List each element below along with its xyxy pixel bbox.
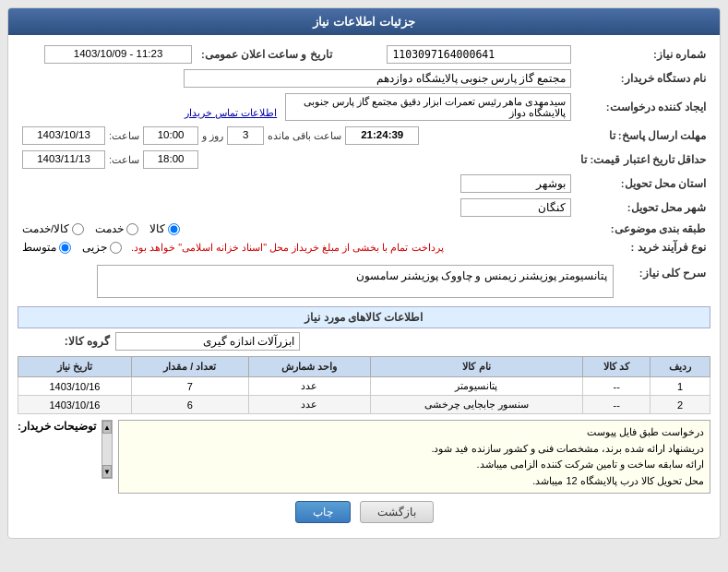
desc-label: توضیحات خریدار: (18, 420, 96, 433)
radio-motavaset-label: متوسط (22, 241, 56, 254)
cell-code: -- (583, 377, 650, 396)
ijad-value-cell: سیدمهدی ماهر رئیس تعمرات ابزار دقیق مجتم… (18, 90, 576, 124)
radio-khedmat[interactable]: خدمت (95, 222, 138, 235)
mohlat-rooz-count: 3 (227, 126, 264, 145)
group-label: گروه کالا: (18, 335, 110, 348)
hadaghal-time: 18:00 (143, 150, 198, 169)
hadaghal-date: 1403/11/13 (22, 150, 105, 169)
mohlat-date: 1403/10/13 (22, 126, 105, 145)
cell-date: 1403/10/16 (18, 396, 132, 414)
sarh-value: پتانسیومتر پوزیشنر زیمنس و چاووک پوزیشنر… (97, 265, 614, 298)
shomara-label: شماره نیاز: (576, 42, 710, 66)
col-count: تعداد / مقدار (131, 357, 248, 377)
items-table: ردیف کد کالا نام کالا واحد شمارش تعداد /… (18, 356, 710, 414)
radio-khedmat-label: خدمت (95, 222, 124, 235)
cell-row: 2 (650, 396, 710, 414)
radio-jozii-input[interactable] (110, 242, 122, 254)
radio-jozii[interactable]: جزیی (82, 241, 122, 254)
col-date: تاریخ نیاز (18, 357, 132, 377)
back-button[interactable]: بازگشت (360, 501, 434, 523)
tabaghe-radios: کالا/خدمت خدمت کالا (18, 220, 576, 238)
cell-date: 1403/10/16 (18, 377, 132, 396)
desc-text: درخواست طبق فایل پیوستدریشنهاد ارائه شده… (118, 420, 710, 494)
kharidaar-value-cell: مجتمع گاز پارس جنوبی پالایشگاه دوازدهم (18, 66, 576, 90)
info-table: شماره نیاز: 1103097164000641 تاریخ و ساع… (18, 42, 710, 256)
radio-kala-label: کالا (149, 222, 165, 235)
desc-line: ارائه سابقه ساخت و تامین شرکت کننده الزا… (125, 457, 704, 473)
page-title: جزئیات اطلاعات نیاز (313, 15, 414, 29)
ostan-value: بوشهر (460, 174, 571, 193)
ostan-value-cell: بوشهر (18, 172, 576, 196)
print-button[interactable]: چاپ (295, 501, 351, 523)
scroll-up-btn[interactable]: ▲ (102, 421, 112, 434)
cell-name: سنسور جابجایی چرخشی (370, 396, 583, 414)
contact-link[interactable]: اطلاعات تماس خریدار (185, 107, 277, 118)
cell-name: پتانسیومتر (370, 377, 583, 396)
radio-kala-khedmat[interactable]: کالا/خدمت (22, 222, 84, 235)
shahr-label: شهر محل تحویل: (576, 196, 710, 220)
radio-motavaset[interactable]: متوسط (22, 241, 71, 254)
scroll-down-btn[interactable]: ▼ (102, 465, 112, 478)
main-card: جزئیات اطلاعات نیاز شماره نیاز: 11030971… (7, 7, 721, 539)
radio-kala-khedmat-label: کالا/خدمت (22, 222, 69, 235)
kharidaar-label: نام دستگاه خریدار: (576, 66, 710, 90)
desc-area: توضیحات خریدار: ▲ ▼ درخواست طبق فایل پیو… (18, 420, 710, 494)
ijad-value: سیدمهدی ماهر رئیس تعمرات ابزار دقیق مجتم… (285, 93, 571, 121)
nooe-note: پرداخت تمام با بخشی از مبلغ خریداز محل "… (131, 242, 444, 254)
tabaghe-label: طبقه بندی موضوعی: (576, 220, 710, 238)
ijad-label: ایجاد کننده درخواست: (576, 90, 710, 124)
kalaha-section-title: اطلاعات کالاهای مورد نیاز (18, 306, 710, 328)
kharidaar-value: مجتمع گاز پارس جنوبی پالایشگاه دوازدهم (184, 69, 571, 88)
radio-jozii-label: جزیی (82, 241, 107, 254)
footer-buttons: بازگشت چاپ (18, 501, 710, 530)
mohlat-rooz-label: روز و (202, 130, 223, 142)
mohlat-time: 10:00 (143, 126, 198, 145)
card-header: جزئیات اطلاعات نیاز (8, 8, 720, 35)
tarikh-value-cell: 1403/10/09 - 11:23 (18, 42, 197, 66)
cell-count: 6 (131, 396, 248, 414)
mohlat-baqi-value: 21:24:39 (345, 126, 419, 145)
shahr-value-cell: کنگان (18, 196, 576, 220)
mohlat-label: مهلت ارسال پاسخ: تا (576, 124, 710, 148)
sarh-table: سرح کلی نیاز: پتانسیومتر پوزیشنر زیمنس و… (18, 262, 710, 301)
radio-khedmat-input[interactable] (126, 223, 138, 235)
shomara-value-cell: 1103097164000641 (355, 42, 577, 66)
radio-kala-khedmat-input[interactable] (72, 223, 84, 235)
mohlat-baqi-label: ساعت باقی مانده (268, 130, 341, 142)
shahr-value: کنگان (460, 198, 571, 217)
scrollbar[interactable]: ▲ ▼ (101, 420, 113, 479)
hadaghal-row: 1403/11/13 ساعت: 18:00 (18, 148, 576, 172)
radio-kala-input[interactable] (168, 223, 180, 235)
col-name: نام کالا (370, 357, 583, 377)
cell-unit: عدد (248, 377, 370, 396)
sarh-value-cell: پتانسیومتر پوزیشنر زیمنس و چاووک پوزیشنر… (18, 262, 618, 301)
col-radif: ردیف (650, 357, 710, 377)
col-code: کد کالا (583, 357, 650, 377)
card-body: شماره نیاز: 1103097164000641 تاریخ و ساع… (8, 35, 720, 538)
desc-line: محل تحویل کالا درب پالایشگاه 12 میباشد. (125, 473, 704, 490)
table-row: 1--پتانسیومترعدد71403/10/16 (18, 377, 710, 396)
ostan-label: استان محل تحویل: (576, 172, 710, 196)
nooe-label: نوع فرآیند خرید : (576, 238, 710, 256)
sarh-label: سرح کلی نیاز: (618, 262, 710, 301)
tarikh-label: تاریخ و ساعت اعلان عمومی: (197, 42, 337, 66)
group-value: ابزرآلات اندازه گیری (115, 332, 300, 351)
tarikh-value: 1403/10/09 - 11:23 (44, 45, 192, 64)
radio-kala[interactable]: کالا (149, 222, 180, 235)
desc-line: دریشنهاد ارائه شده برند، مشخصات فنی و کش… (125, 441, 704, 458)
col-unit: واحد شمارش (248, 357, 370, 377)
hadaghal-time-label: ساعت: (109, 154, 139, 166)
hadaghal-label: حداقل تاریخ اعتبار قیمت: تا (576, 148, 710, 172)
desc-line: درخواست طبق فایل پیوست (125, 424, 704, 441)
group-row: گروه کالا: ابزرآلات اندازه گیری (18, 332, 710, 351)
shomara-niaz-value: 1103097164000641 (387, 45, 571, 64)
mohlat-time-label: ساعت: (109, 130, 139, 142)
mohlat-row: 1403/10/13 ساعت: 10:00 روز و 3 ساعت باقی… (18, 124, 576, 148)
cell-code: -- (583, 396, 650, 414)
table-row: 2--سنسور جابجایی چرخشیعدد61403/10/16 (18, 396, 710, 414)
page-wrapper: جزئیات اطلاعات نیاز شماره نیاز: 11030971… (0, 0, 728, 546)
cell-unit: عدد (248, 396, 370, 414)
nooe-row: متوسط جزیی پرداخت تمام با بخشی از مبلغ خ… (18, 238, 576, 256)
radio-motavaset-input[interactable] (59, 242, 71, 254)
cell-row: 1 (650, 377, 710, 396)
